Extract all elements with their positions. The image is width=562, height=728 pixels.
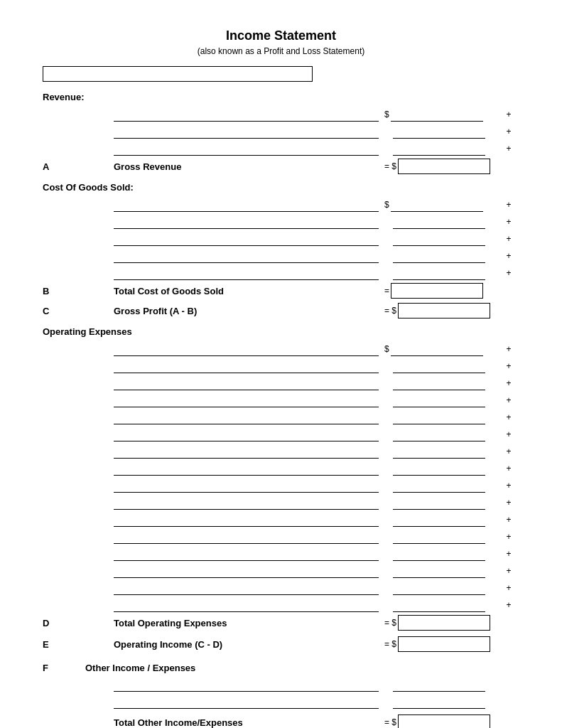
total-operating-row: D Total Operating Expenses = $	[43, 614, 519, 631]
op-desc-7[interactable]	[114, 444, 379, 459]
cogs-amount-5[interactable]	[393, 266, 485, 280]
total-other-label: Total Other Income/Expenses	[114, 717, 243, 728]
op-plus-3: +	[498, 378, 519, 388]
op-amount-6[interactable]	[393, 427, 485, 441]
op-desc-14[interactable]	[114, 564, 379, 578]
cogs-label: Cost Of Goods Sold:	[43, 182, 519, 193]
operating-income-label: Operating Income (C - D)	[114, 639, 222, 650]
revenue-desc-3[interactable]	[114, 141, 379, 156]
op-desc-12[interactable]	[114, 530, 379, 544]
op-amount-5[interactable]	[393, 410, 485, 424]
cogs-plus-3: +	[498, 234, 519, 244]
cogs-desc-2[interactable]	[114, 215, 379, 229]
cogs-desc-4[interactable]	[114, 249, 379, 263]
op-desc-15[interactable]	[114, 581, 379, 595]
other-letter-f: F	[43, 663, 85, 673]
op-desc-13[interactable]	[114, 547, 379, 561]
revenue-desc-2[interactable]	[114, 124, 379, 139]
op-amount-10[interactable]	[393, 496, 485, 510]
operating-income-value[interactable]	[398, 636, 490, 652]
op-plus-15: +	[498, 583, 519, 593]
op-row-12: +	[43, 529, 519, 545]
op-amount-9[interactable]	[393, 478, 485, 493]
page-subtitle: (also known as a Profit and Loss Stateme…	[43, 46, 519, 56]
op-equals: = $	[384, 618, 396, 628]
cogs-letter-c: C	[43, 306, 85, 316]
other-desc-2[interactable]	[114, 695, 379, 709]
op-amount-11[interactable]	[393, 513, 485, 527]
plus-op-1: +	[498, 109, 519, 119]
cogs-row-1: $ +	[43, 197, 519, 213]
revenue-label: Revenue:	[43, 92, 519, 102]
other-amount-2[interactable]	[393, 695, 485, 709]
total-operating-label: Total Operating Expenses	[114, 618, 227, 628]
operating-income-row: E Operating Income (C - D) = $	[43, 636, 519, 653]
op-desc-2[interactable]	[114, 359, 379, 373]
total-other-value[interactable]	[398, 714, 490, 728]
op-row-8: +	[43, 461, 519, 476]
cogs-desc-1[interactable]	[114, 198, 379, 212]
op-desc-8[interactable]	[114, 461, 379, 476]
other-amount-1[interactable]	[393, 678, 485, 692]
op-row-5: +	[43, 410, 519, 425]
op-row-9: +	[43, 478, 519, 493]
other-header-row: F Other Income / Expenses	[43, 660, 519, 675]
cogs-plus-4: +	[498, 251, 519, 261]
gross-revenue-row: A Gross Revenue = $	[43, 158, 519, 175]
op-desc-9[interactable]	[114, 478, 379, 493]
cogs-plus-1: +	[498, 200, 519, 210]
total-cogs-value[interactable]	[391, 283, 483, 299]
gross-profit-row: C Gross Profit (A - B) = $	[43, 302, 519, 319]
cogs-plus-5: +	[498, 268, 519, 278]
revenue-amount-2[interactable]	[393, 124, 485, 139]
op-amount-13[interactable]	[393, 547, 485, 561]
op-amount-7[interactable]	[393, 444, 485, 459]
cogs-equals: =	[384, 286, 389, 296]
op-desc-5[interactable]	[114, 410, 379, 424]
op-amount-14[interactable]	[393, 564, 485, 578]
revenue-desc-1[interactable]	[114, 107, 379, 122]
revenue-amount-1[interactable]	[391, 107, 483, 122]
gross-profit-value[interactable]	[398, 303, 490, 318]
op-amount-3[interactable]	[393, 376, 485, 390]
gross-revenue-value[interactable]	[398, 159, 490, 174]
cogs-amount-1[interactable]	[391, 198, 483, 212]
cogs-amount-4[interactable]	[393, 249, 485, 263]
op-amount-12[interactable]	[393, 530, 485, 544]
operating-label: Operating Expenses	[43, 326, 519, 337]
revenue-amount-3[interactable]	[393, 141, 485, 156]
op-row-7: +	[43, 444, 519, 459]
op-row-11: +	[43, 512, 519, 528]
cogs-amount-3[interactable]	[393, 232, 485, 246]
total-other-row: Total Other Income/Expenses = $	[43, 714, 519, 728]
op-row-14: +	[43, 563, 519, 579]
op-desc-3[interactable]	[114, 376, 379, 390]
op-amount-4[interactable]	[393, 393, 485, 407]
cogs-desc-5[interactable]	[114, 266, 379, 280]
other-desc-1[interactable]	[114, 678, 379, 692]
op-amount-1[interactable]	[391, 342, 483, 356]
op-dollar-1: $	[384, 344, 389, 354]
op-amount-2[interactable]	[393, 359, 485, 373]
op-amount-15[interactable]	[393, 581, 485, 595]
op-amount-8[interactable]	[393, 461, 485, 476]
op-amount-16[interactable]	[393, 598, 485, 612]
op-desc-11[interactable]	[114, 513, 379, 527]
cogs-amount-2[interactable]	[393, 215, 485, 229]
gross-profit-equals: = $	[384, 306, 396, 316]
op-desc-1[interactable]	[114, 342, 379, 356]
op-desc-10[interactable]	[114, 496, 379, 510]
gross-revenue-label: Gross Revenue	[114, 161, 181, 172]
op-row-13: +	[43, 546, 519, 562]
period-input[interactable]	[43, 66, 313, 82]
op-plus-9: +	[498, 481, 519, 491]
dollar-sign-total-a: = $	[384, 161, 396, 171]
op-plus-12: +	[498, 532, 519, 542]
op-desc-16[interactable]	[114, 598, 379, 612]
op-row-4: +	[43, 392, 519, 408]
op-desc-6[interactable]	[114, 427, 379, 441]
op-desc-4[interactable]	[114, 393, 379, 407]
cogs-desc-3[interactable]	[114, 232, 379, 246]
total-operating-value[interactable]	[398, 615, 490, 631]
op-plus-6: +	[498, 429, 519, 439]
